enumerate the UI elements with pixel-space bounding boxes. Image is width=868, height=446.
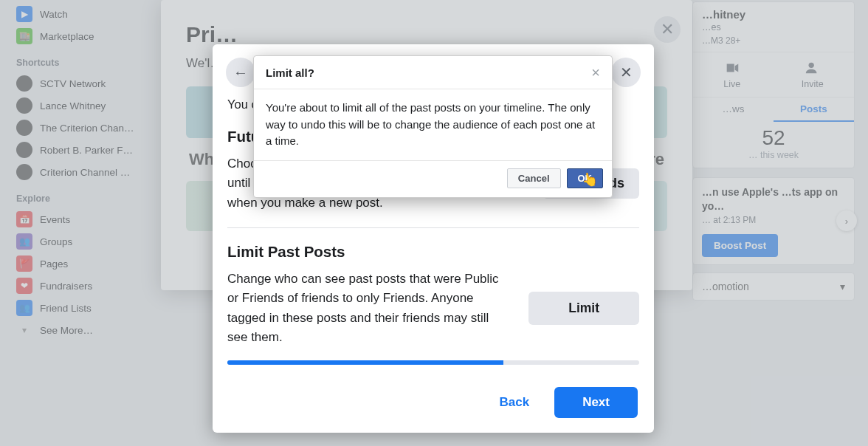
dialog-body: You're about to limit all of the past po… (254, 89, 612, 161)
limit-all-confirm-dialog: Limit all? × You're about to limit all o… (253, 55, 613, 198)
back-button[interactable]: Back (486, 388, 543, 417)
next-button[interactable]: Next (554, 387, 638, 418)
back-arrow-button[interactable]: ← (226, 58, 255, 87)
limit-past-posts-heading: Limit Past Posts (227, 243, 639, 261)
ok-button[interactable]: OK (567, 168, 604, 188)
divider (227, 227, 639, 228)
limit-button[interactable]: Limit (528, 292, 639, 325)
dialog-title: Limit all? (266, 66, 314, 79)
close-button[interactable]: ✕ (611, 58, 641, 87)
cancel-button[interactable]: Cancel (507, 168, 561, 188)
progress-bar (227, 360, 639, 365)
close-icon[interactable]: × (591, 65, 600, 80)
limit-past-posts-text: Change who can see past posts that were … (227, 270, 500, 347)
